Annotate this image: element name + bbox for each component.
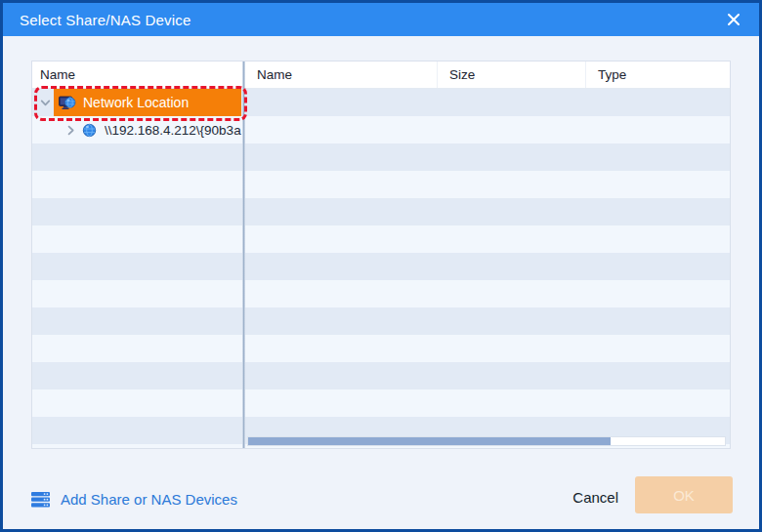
network-location-label: Network Location [83, 95, 189, 110]
server-stack-icon [31, 492, 52, 508]
device-browser: Name [31, 61, 731, 449]
horizontal-scrollbar-thumb[interactable] [248, 437, 611, 445]
file-panel: Name Size Type [245, 61, 730, 448]
ok-button[interactable]: OK [635, 476, 733, 513]
tree-row-network-location[interactable]: Network Location [32, 89, 242, 116]
tree-header-label: Name [40, 67, 75, 82]
column-header-name[interactable]: Name [245, 61, 437, 88]
column-header-name-label: Name [257, 67, 292, 82]
add-share-nas-devices-link[interactable]: Add Share or NAS Devices [31, 491, 237, 508]
network-share-globe-icon [81, 122, 99, 139]
cancel-button[interactable]: Cancel [569, 483, 622, 512]
column-header-size[interactable]: Size [437, 61, 585, 88]
select-share-nas-dialog: Select Share/NAS Device Name [0, 0, 762, 532]
close-icon [727, 13, 741, 26]
column-header-type[interactable]: Type [585, 61, 730, 88]
file-rows-background [245, 89, 730, 448]
column-header-type-label: Type [598, 67, 626, 82]
column-header-size-label: Size [449, 67, 475, 82]
tree-panel: Name [32, 61, 242, 448]
tree-column-header-name[interactable]: Name [32, 61, 242, 89]
dialog-title: Select Share/NAS Device [20, 12, 191, 28]
close-button[interactable] [714, 3, 753, 36]
share-path-label: \\192.168.4.212\{90b3a [105, 123, 242, 138]
horizontal-scrollbar[interactable] [247, 436, 726, 446]
add-share-nas-devices-label: Add Share or NAS Devices [61, 491, 237, 508]
tree-row-share-path[interactable]: \\192.168.4.212\{90b3a [32, 116, 242, 143]
chevron-down-icon[interactable] [38, 96, 52, 109]
network-location-selected-item[interactable]: Network Location [54, 89, 241, 116]
network-location-icon [59, 95, 76, 111]
chevron-right-icon[interactable] [64, 123, 77, 137]
file-panel-header: Name Size Type [245, 61, 730, 89]
titlebar: Select Share/NAS Device [3, 3, 759, 36]
